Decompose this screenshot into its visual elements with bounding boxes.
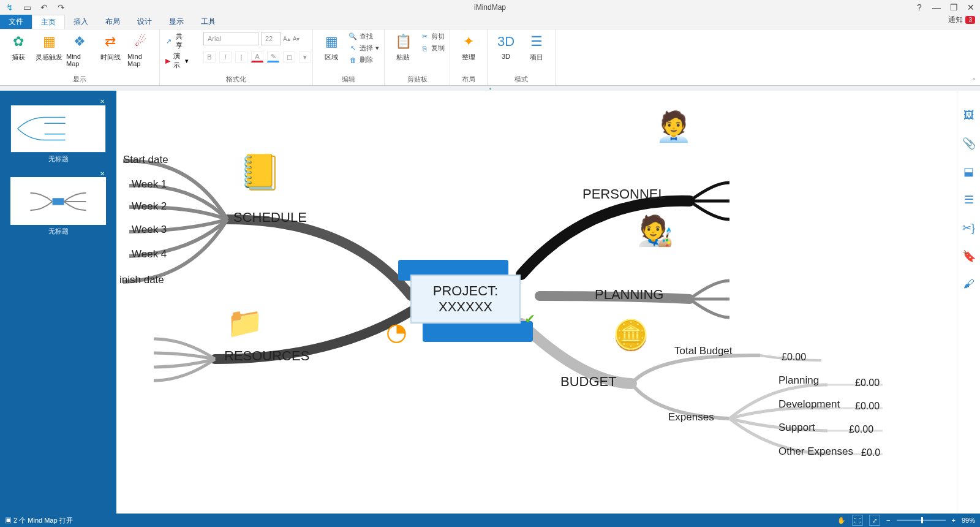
image-tool-icon[interactable]: 🖼 xyxy=(963,109,974,122)
leaf-week4[interactable]: Week 4 xyxy=(132,248,167,260)
group-label: 剪贴板 xyxy=(390,74,445,85)
share-button[interactable]: ↗共享 xyxy=(165,32,189,50)
zoom-out-icon[interactable]: − xyxy=(886,517,890,524)
tab-home[interactable]: 主页 xyxy=(32,15,65,29)
restore-icon[interactable]: ❐ xyxy=(948,2,959,12)
timeline-icon: ⇄ xyxy=(100,32,120,51)
node-planning[interactable]: PLANNING xyxy=(595,287,663,302)
value-development-exp[interactable]: £0.00 xyxy=(855,401,880,411)
attachment-tool-icon[interactable]: 📎 xyxy=(962,137,976,150)
leaf-other-exp[interactable]: Other Expenses xyxy=(778,445,853,457)
region-button[interactable]: ▦区域 xyxy=(318,32,345,74)
copy-button[interactable]: ⎘复制 xyxy=(420,44,445,53)
cut-button[interactable]: ✂剪切 xyxy=(420,32,445,41)
paste-button[interactable]: 📋粘贴 xyxy=(390,32,417,74)
mindmap-button[interactable]: ❖Mind Map xyxy=(66,32,93,74)
bold-button[interactable]: B xyxy=(203,51,216,63)
leaf-support-exp[interactable]: Support xyxy=(778,422,815,433)
thumb-close-icon[interactable]: ✕ xyxy=(10,98,106,105)
tab-insert[interactable]: 插入 xyxy=(65,15,97,29)
present-button[interactable]: ▶演示 ▾ xyxy=(165,51,189,70)
hand-tool-icon[interactable]: ✋ xyxy=(837,517,846,525)
highlight-button[interactable]: ✎ xyxy=(267,51,279,63)
mindmap2-button[interactable]: ☄Mind Map xyxy=(127,32,154,74)
new-icon[interactable]: ▭ xyxy=(21,2,33,13)
undo-icon[interactable]: ↶ xyxy=(38,2,50,13)
value-support-exp[interactable]: £0.00 xyxy=(849,424,873,434)
timeline-button[interactable]: ⇄时间线 xyxy=(97,32,124,74)
leaf-total-budget[interactable]: Total Budget xyxy=(674,345,733,357)
node-resources[interactable]: RESOURCES xyxy=(224,348,309,363)
fullscreen-icon[interactable]: ⤢ xyxy=(869,515,880,526)
node-personnel[interactable]: PERSONNEL xyxy=(582,186,666,202)
value-planning-exp[interactable]: £0.00 xyxy=(855,377,880,388)
brush-tool-icon[interactable]: 🖌 xyxy=(963,278,974,290)
tab-tools[interactable]: 工具 xyxy=(192,15,224,29)
status-left[interactable]: ▣ 2 个 Mind Map 打开 xyxy=(5,516,73,525)
zoom-slider[interactable] xyxy=(897,520,946,521)
search-icon: 🔍 xyxy=(349,32,357,41)
thumbnail-1[interactable]: ✕ 无标题 xyxy=(10,98,106,165)
leaf-start-date[interactable]: Start date xyxy=(123,154,168,165)
leaf-development-exp[interactable]: Development xyxy=(778,398,840,410)
panel-collapse-handle[interactable]: ◂ xyxy=(0,86,980,91)
node-budget[interactable]: BUDGET xyxy=(560,374,617,389)
checkmark-icon: ✔ xyxy=(524,311,535,327)
tidy-button[interactable]: ✦整理 xyxy=(455,32,482,74)
tab-file[interactable]: 文件 xyxy=(0,15,32,29)
minimize-icon[interactable]: — xyxy=(931,2,942,12)
list-tool-icon[interactable]: ☰ xyxy=(964,193,974,207)
flowchart-tool-icon[interactable]: ⬓ xyxy=(963,165,974,178)
central-idea[interactable]: PROJECT: XXXXXX ✔ xyxy=(398,260,533,339)
find-button[interactable]: 🔍查找 xyxy=(349,32,379,41)
tab-design[interactable]: 设计 xyxy=(129,15,160,29)
node-schedule[interactable]: SCHEDULE xyxy=(233,210,307,225)
leaf-week1[interactable]: Week 1 xyxy=(132,178,167,190)
font-selector[interactable]: Arial xyxy=(203,32,258,45)
title-bar: ↯ ▭ ↶ ↷ iMindMap ? — ❐ ✕ xyxy=(0,0,980,15)
font-color-button[interactable]: A xyxy=(251,51,263,63)
mindmap-icon: ❖ xyxy=(70,32,89,51)
value-total-budget[interactable]: £0.00 xyxy=(782,352,806,362)
thumbnail-2[interactable]: ✕ 无标题 xyxy=(10,170,106,238)
notifications[interactable]: 通知 3 xyxy=(948,15,975,25)
project-button[interactable]: ☰项目 xyxy=(523,32,550,74)
shape-button[interactable]: ◻ xyxy=(283,51,295,63)
italic-button[interactable]: I xyxy=(219,51,232,63)
leaf-planning-exp[interactable]: Planning xyxy=(778,374,819,386)
capture-button[interactable]: ✿捕获 xyxy=(5,32,32,74)
ribbon-collapse-icon[interactable]: ⌃ xyxy=(971,77,976,84)
close-icon[interactable]: ✕ xyxy=(965,2,976,12)
group-label: 编辑 xyxy=(318,74,379,85)
group-label: 模式 xyxy=(492,74,550,85)
select-button[interactable]: ↖选择 ▾ xyxy=(349,44,379,53)
snippet-tool-icon[interactable]: ✂} xyxy=(962,221,975,235)
3d-button[interactable]: 3D3D xyxy=(492,32,519,74)
leaf-week2[interactable]: Week 2 xyxy=(132,200,167,212)
value-other-exp[interactable]: £0.0 xyxy=(861,447,880,458)
thumb-close-icon[interactable]: ✕ xyxy=(10,170,106,177)
font-decrease-icon[interactable]: A▾ xyxy=(293,36,300,42)
leaf-expenses[interactable]: Expenses xyxy=(668,411,714,423)
leaf-week3[interactable]: Week 3 xyxy=(132,224,167,235)
delete-button[interactable]: 🗑删除 xyxy=(349,55,379,64)
canvas[interactable]: SCHEDULE Start date Week 1 Week 2 Week 3… xyxy=(116,91,957,514)
font-size[interactable]: 22 xyxy=(261,32,281,45)
app-logo-icon[interactable]: ↯ xyxy=(4,2,16,13)
leaf-finish-date[interactable]: inish date xyxy=(119,274,164,286)
zoom-value[interactable]: 99% xyxy=(962,517,975,524)
inspire-button[interactable]: ▦灵感触发 xyxy=(36,32,62,74)
redo-icon[interactable]: ↷ xyxy=(55,2,67,13)
font-increase-icon[interactable]: A▴ xyxy=(283,36,290,42)
zoom-in-icon[interactable]: + xyxy=(952,517,956,524)
paste-icon: 📋 xyxy=(393,32,413,51)
quick-access-toolbar: ↯ ▭ ↶ ↷ xyxy=(0,2,67,13)
fit-screen-icon[interactable]: ⛶ xyxy=(852,515,863,526)
main-area: ✕ 无标题 ✕ 无标题 xyxy=(0,91,980,514)
ribbon: ✿捕获 ▦灵感触发 ❖Mind Map ⇄时间线 ☄Mind Map 显示 ↗共… xyxy=(0,29,980,86)
tag-tool-icon[interactable]: 🔖 xyxy=(962,249,976,263)
help-icon[interactable]: ? xyxy=(914,2,925,12)
tab-layout[interactable]: 布局 xyxy=(97,15,129,29)
more-format-button[interactable]: ▾ xyxy=(299,51,311,63)
tab-view[interactable]: 显示 xyxy=(160,15,192,29)
